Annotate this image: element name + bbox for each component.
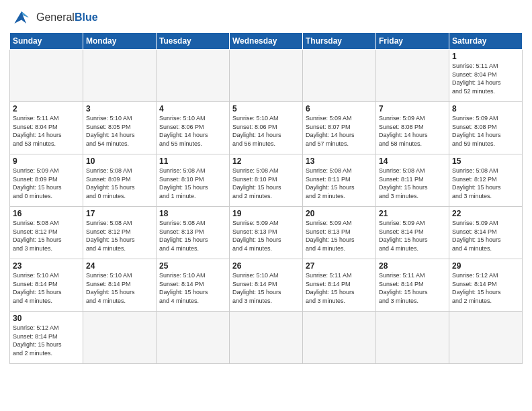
day-info: Sunrise: 5:08 AM Sunset: 8:09 PM Dayligh…: [86, 167, 153, 200]
day-info: Sunrise: 5:08 AM Sunset: 8:12 PM Dayligh…: [452, 167, 519, 200]
calendar-cell: 30Sunrise: 5:12 AM Sunset: 8:14 PM Dayli…: [10, 312, 83, 364]
weekday-header-wednesday: Wednesday: [230, 33, 303, 50]
calendar-cell: [157, 312, 230, 364]
calendar-row-2: 9Sunrise: 5:09 AM Sunset: 8:09 PM Daylig…: [10, 154, 523, 207]
calendar-cell: 6Sunrise: 5:09 AM Sunset: 8:07 PM Daylig…: [303, 102, 376, 154]
day-info: Sunrise: 5:08 AM Sunset: 8:13 PM Dayligh…: [159, 219, 226, 253]
day-number: 27: [306, 261, 373, 271]
calendar-cell: 26Sunrise: 5:10 AM Sunset: 8:14 PM Dayli…: [230, 259, 303, 312]
calendar-cell: [83, 312, 157, 364]
calendar-cell: 13Sunrise: 5:08 AM Sunset: 8:11 PM Dayli…: [303, 154, 376, 207]
day-info: Sunrise: 5:08 AM Sunset: 8:10 PM Dayligh…: [159, 167, 226, 200]
day-number: 19: [232, 209, 300, 218]
day-info: Sunrise: 5:09 AM Sunset: 8:13 PM Dayligh…: [232, 219, 300, 253]
day-info: Sunrise: 5:10 AM Sunset: 8:14 PM Dayligh…: [13, 271, 80, 305]
day-number: 29: [452, 261, 519, 271]
calendar-cell: 21Sunrise: 5:09 AM Sunset: 8:14 PM Dayli…: [376, 207, 449, 259]
day-info: Sunrise: 5:12 AM Sunset: 8:14 PM Dayligh…: [452, 271, 519, 305]
day-info: Sunrise: 5:09 AM Sunset: 8:08 PM Dayligh…: [452, 114, 519, 148]
calendar-cell: 20Sunrise: 5:09 AM Sunset: 8:13 PM Dayli…: [303, 207, 376, 259]
day-number: 15: [452, 156, 519, 166]
day-info: Sunrise: 5:12 AM Sunset: 8:14 PM Dayligh…: [13, 324, 80, 357]
day-number: 7: [379, 104, 446, 113]
day-number: 18: [159, 209, 226, 218]
calendar-cell: [449, 312, 523, 364]
day-number: 9: [13, 156, 80, 166]
day-number: 3: [86, 104, 153, 113]
page: GeneralBlue SundayMondayTuesdayWednesday…: [0, 0, 532, 411]
calendar-cell: 16Sunrise: 5:08 AM Sunset: 8:12 PM Dayli…: [10, 207, 83, 259]
weekday-header-row: SundayMondayTuesdayWednesdayThursdayFrid…: [10, 33, 523, 50]
calendar-cell: [230, 312, 303, 364]
day-info: Sunrise: 5:10 AM Sunset: 8:14 PM Dayligh…: [86, 271, 153, 305]
day-info: Sunrise: 5:08 AM Sunset: 8:12 PM Dayligh…: [86, 219, 153, 253]
calendar-row-5: 30Sunrise: 5:12 AM Sunset: 8:14 PM Dayli…: [10, 312, 523, 364]
weekday-header-saturday: Saturday: [449, 33, 523, 50]
day-info: Sunrise: 5:08 AM Sunset: 8:10 PM Dayligh…: [232, 167, 300, 200]
day-info: Sunrise: 5:09 AM Sunset: 8:14 PM Dayligh…: [379, 219, 446, 253]
day-number: 25: [159, 261, 226, 271]
calendar-cell: [376, 312, 449, 364]
day-number: 13: [306, 156, 373, 166]
calendar-cell: 10Sunrise: 5:08 AM Sunset: 8:09 PM Dayli…: [83, 154, 157, 207]
day-info: Sunrise: 5:09 AM Sunset: 8:08 PM Dayligh…: [379, 114, 446, 148]
calendar-cell: 9Sunrise: 5:09 AM Sunset: 8:09 PM Daylig…: [10, 154, 83, 207]
day-number: 23: [13, 261, 80, 271]
day-number: 21: [379, 209, 446, 218]
calendar-cell: 2Sunrise: 5:11 AM Sunset: 8:04 PM Daylig…: [10, 102, 83, 154]
day-info: Sunrise: 5:10 AM Sunset: 8:05 PM Dayligh…: [86, 114, 153, 148]
day-info: Sunrise: 5:08 AM Sunset: 8:12 PM Dayligh…: [13, 219, 80, 253]
header: GeneralBlue: [9, 7, 523, 28]
calendar-cell: 18Sunrise: 5:08 AM Sunset: 8:13 PM Dayli…: [157, 207, 230, 259]
calendar-cell: 25Sunrise: 5:10 AM Sunset: 8:14 PM Dayli…: [157, 259, 230, 312]
day-info: Sunrise: 5:08 AM Sunset: 8:11 PM Dayligh…: [379, 167, 446, 200]
calendar-cell: 28Sunrise: 5:11 AM Sunset: 8:14 PM Dayli…: [376, 259, 449, 312]
day-info: Sunrise: 5:10 AM Sunset: 8:14 PM Dayligh…: [159, 271, 226, 305]
calendar-cell: [376, 50, 449, 102]
day-number: 17: [86, 209, 153, 218]
calendar-cell: 22Sunrise: 5:09 AM Sunset: 8:14 PM Dayli…: [449, 207, 523, 259]
calendar-cell: 4Sunrise: 5:10 AM Sunset: 8:06 PM Daylig…: [157, 102, 230, 154]
day-number: 28: [379, 261, 446, 271]
day-number: 8: [452, 104, 519, 113]
day-info: Sunrise: 5:09 AM Sunset: 8:14 PM Dayligh…: [452, 219, 519, 253]
weekday-header-sunday: Sunday: [10, 33, 83, 50]
calendar-cell: 7Sunrise: 5:09 AM Sunset: 8:08 PM Daylig…: [376, 102, 449, 154]
day-number: 24: [86, 261, 153, 271]
day-number: 20: [306, 209, 373, 218]
weekday-header-thursday: Thursday: [303, 33, 376, 50]
calendar-cell: [303, 50, 376, 102]
day-number: 10: [86, 156, 153, 166]
day-number: 16: [13, 209, 80, 218]
calendar-cell: [230, 50, 303, 102]
calendar-row-0: 1Sunrise: 5:11 AM Sunset: 8:04 PM Daylig…: [10, 50, 523, 102]
day-info: Sunrise: 5:11 AM Sunset: 8:04 PM Dayligh…: [13, 114, 80, 148]
day-info: Sunrise: 5:10 AM Sunset: 8:14 PM Dayligh…: [232, 271, 300, 305]
calendar-cell: 19Sunrise: 5:09 AM Sunset: 8:13 PM Dayli…: [230, 207, 303, 259]
calendar-cell: [157, 50, 230, 102]
calendar-cell: 11Sunrise: 5:08 AM Sunset: 8:10 PM Dayli…: [157, 154, 230, 207]
day-number: 5: [232, 104, 300, 113]
calendar-cell: 1Sunrise: 5:11 AM Sunset: 8:04 PM Daylig…: [449, 50, 523, 102]
weekday-header-tuesday: Tuesday: [157, 33, 230, 50]
day-info: Sunrise: 5:10 AM Sunset: 8:06 PM Dayligh…: [159, 114, 226, 148]
calendar-row-3: 16Sunrise: 5:08 AM Sunset: 8:12 PM Dayli…: [10, 207, 523, 259]
day-number: 2: [13, 104, 80, 113]
calendar-cell: 5Sunrise: 5:10 AM Sunset: 8:06 PM Daylig…: [230, 102, 303, 154]
calendar-cell: [10, 50, 83, 102]
calendar-cell: 8Sunrise: 5:09 AM Sunset: 8:08 PM Daylig…: [449, 102, 523, 154]
day-number: 4: [159, 104, 226, 113]
day-number: 6: [306, 104, 373, 113]
logo: GeneralBlue: [9, 7, 98, 28]
calendar-row-1: 2Sunrise: 5:11 AM Sunset: 8:04 PM Daylig…: [10, 102, 523, 154]
day-info: Sunrise: 5:11 AM Sunset: 8:14 PM Dayligh…: [379, 271, 446, 305]
calendar-cell: 15Sunrise: 5:08 AM Sunset: 8:12 PM Dayli…: [449, 154, 523, 207]
day-info: Sunrise: 5:08 AM Sunset: 8:11 PM Dayligh…: [306, 167, 373, 200]
weekday-header-monday: Monday: [83, 33, 157, 50]
day-info: Sunrise: 5:11 AM Sunset: 8:04 PM Dayligh…: [452, 62, 519, 95]
weekday-header-friday: Friday: [376, 33, 449, 50]
calendar-cell: [83, 50, 157, 102]
svg-marker-0: [14, 11, 28, 24]
day-number: 14: [379, 156, 446, 166]
calendar-cell: 3Sunrise: 5:10 AM Sunset: 8:05 PM Daylig…: [83, 102, 157, 154]
